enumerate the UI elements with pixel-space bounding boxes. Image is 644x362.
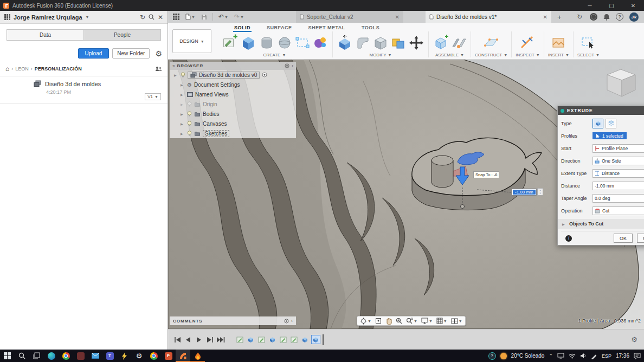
ribbon-tab-sheet-metal[interactable]: SHEET METAL	[307, 24, 346, 32]
file-menu-grid-icon[interactable]	[171, 11, 181, 22]
joint-icon[interactable]	[450, 35, 467, 51]
extensions-icon[interactable]	[590, 13, 597, 21]
close-tab-icon[interactable]: ✕	[395, 14, 400, 20]
document-tab-soporte-celular[interactable]: Soporte_Celular v2 ✕	[296, 11, 403, 23]
revolve-tool-icon[interactable]	[259, 35, 275, 51]
timeline-step-back-button[interactable]	[183, 335, 193, 345]
help-icon[interactable]: ?	[616, 13, 623, 21]
assemble-menu[interactable]: ASSEMBLE	[435, 53, 459, 57]
create-menu[interactable]: CREATE	[263, 53, 281, 57]
app-browser-profile-icon[interactable]	[146, 350, 161, 362]
create-form-icon[interactable]	[312, 35, 329, 51]
type-extrude-button[interactable]	[593, 119, 603, 128]
look-at-tool[interactable]	[375, 318, 382, 324]
close-tab-icon[interactable]: ✕	[543, 14, 548, 20]
redo-button[interactable]: ↷▼	[233, 11, 246, 22]
pan-tool[interactable]	[385, 318, 392, 325]
ok-button[interactable]: OK	[614, 234, 633, 243]
timeline-feature-sketch[interactable]	[289, 335, 299, 344]
timeline-feature-sketch[interactable]	[235, 335, 244, 344]
type-thin-extrude-button[interactable]	[606, 119, 616, 128]
expand-arrow-icon[interactable]: ▶	[562, 222, 566, 226]
timeline-playhead[interactable]	[323, 334, 324, 345]
volume-icon[interactable]	[580, 353, 587, 359]
timeline-go-start-button[interactable]	[172, 335, 182, 345]
share-people-icon[interactable]	[155, 66, 162, 72]
comments-bar[interactable]: COMMENTS ›	[170, 316, 296, 325]
visibility-bulb-icon[interactable]	[187, 101, 192, 107]
home-icon[interactable]: ⌂	[5, 65, 9, 73]
collapse-panel-icon[interactable]: «	[172, 63, 175, 68]
visibility-bulb-icon[interactable]	[187, 131, 192, 136]
expand-arrow-icon[interactable]: ▶	[181, 83, 185, 87]
pattern-tool-icon[interactable]	[294, 35, 311, 51]
monitor-tray-icon[interactable]	[557, 353, 564, 359]
browser-item-document-settings[interactable]: ▶ ⚙ Document Settings	[170, 80, 296, 89]
direction-dropdown[interactable]: One Side▼	[593, 157, 644, 165]
ribbon-tab-surface[interactable]: SURFACE	[266, 24, 293, 32]
expand-arrow-icon[interactable]: ▶	[181, 132, 185, 135]
app-powerpoint-icon[interactable]: P	[161, 350, 176, 362]
file-list-item[interactable]: Diseño 3d de moldes 4:20:17 PM V1▼	[0, 76, 168, 104]
press-pull-icon[interactable]	[337, 35, 353, 51]
timeline-play-button[interactable]	[194, 335, 204, 345]
select-tool-icon[interactable]	[580, 35, 596, 51]
tab-people[interactable]: People	[84, 29, 161, 41]
timeline-feature-extrude[interactable]	[300, 335, 310, 344]
app-bolt-icon[interactable]	[117, 350, 132, 362]
save-button[interactable]	[199, 11, 209, 22]
search-icon[interactable]	[149, 14, 154, 20]
document-tab-diseno-moldes[interactable]: Diseño 3d de moldes v1* ✕	[426, 11, 551, 23]
pen-icon[interactable]	[591, 353, 597, 359]
select-menu[interactable]: SELECT	[577, 53, 594, 57]
close-button[interactable]: ✕	[622, 0, 644, 11]
sphere-tool-icon[interactable]	[276, 35, 293, 51]
breadcrumb-root[interactable]: LEON	[15, 66, 29, 72]
app-autodesk-icon[interactable]	[73, 350, 88, 362]
profiles-selected-chip[interactable]: 1 selected	[593, 132, 627, 139]
close-panel-icon[interactable]: ✕	[158, 14, 163, 21]
activate-component-radio[interactable]	[262, 72, 267, 77]
expand-arrow-icon[interactable]: ▶	[181, 122, 185, 126]
display-settings-tool[interactable]: ▼	[421, 318, 433, 324]
visibility-bulb-icon[interactable]	[187, 111, 192, 117]
construction-plane-icon[interactable]	[482, 35, 500, 51]
info-icon[interactable]: i	[565, 235, 572, 242]
new-component-icon[interactable]	[433, 35, 449, 51]
cancel-button[interactable]: Cancel	[637, 234, 644, 243]
gear-icon[interactable]: ⚙	[155, 49, 162, 58]
chevron-right-icon[interactable]: ›	[291, 319, 293, 324]
combine-icon[interactable]	[390, 35, 407, 51]
modify-menu[interactable]: MODIFY	[369, 53, 386, 57]
inspect-menu[interactable]: INSPECT	[516, 53, 534, 57]
extent-type-dropdown[interactable]: Distance▼	[593, 169, 644, 178]
create-sketch-icon[interactable]	[221, 34, 238, 51]
help-tray-icon[interactable]: ?	[488, 352, 496, 360]
view-cube[interactable]	[597, 63, 644, 105]
undo-button[interactable]: ↶▼	[217, 11, 230, 22]
extrude-tool-icon[interactable]	[240, 34, 257, 51]
taskbar-search-button[interactable]	[15, 350, 29, 362]
app-chrome-icon[interactable]	[59, 350, 73, 362]
weather-text[interactable]: 20°C Soleado	[511, 353, 545, 359]
browser-item-bodies[interactable]: ▶ Bodies	[170, 109, 296, 119]
timeline-feature-sketch[interactable]	[279, 335, 288, 344]
browser-item-canvases[interactable]: ▶ Canvases	[170, 119, 296, 128]
app-mail-icon[interactable]	[88, 350, 102, 362]
orbit-tool[interactable]: ▼	[360, 318, 371, 325]
fillet-icon[interactable]	[355, 35, 371, 51]
zoom-tool[interactable]	[396, 318, 402, 324]
ribbon-tab-solid[interactable]: SOLID	[233, 24, 252, 32]
chevron-right-icon[interactable]: ›	[292, 63, 293, 68]
timeline-feature-extrude[interactable]	[246, 335, 255, 344]
insert-menu[interactable]: INSERT	[548, 53, 564, 57]
new-tab-button[interactable]: +	[554, 13, 565, 21]
new-folder-button[interactable]: New Folder	[112, 48, 150, 59]
shell-icon[interactable]	[372, 35, 389, 51]
measure-icon[interactable]	[519, 35, 536, 51]
browser-item-root[interactable]: ▶ Diseño 3d de moldes v0	[170, 70, 296, 80]
clock[interactable]: 17:36	[616, 353, 629, 359]
apps-grid-icon[interactable]	[4, 14, 10, 20]
version-chip[interactable]: V1▼	[145, 93, 161, 100]
start-dropdown[interactable]: Profile Plane▼	[593, 144, 644, 153]
